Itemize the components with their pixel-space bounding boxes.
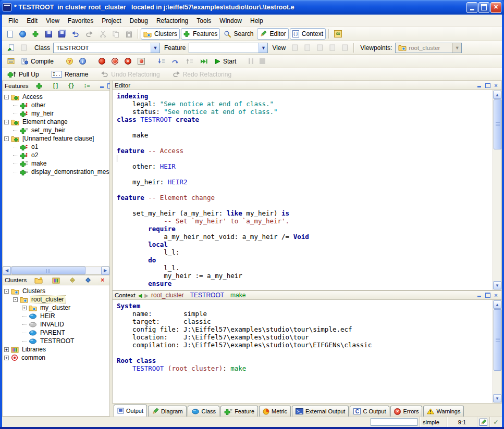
scroll-thumb[interactable] bbox=[11, 267, 85, 274]
view-text-button[interactable] bbox=[289, 42, 301, 54]
pause-button[interactable] bbox=[246, 56, 256, 67]
tab-errors[interactable]: ×Errors bbox=[390, 406, 422, 417]
tree-row[interactable]: my_heir bbox=[3, 109, 109, 118]
signature-view-button[interactable]: [] bbox=[50, 80, 61, 92]
features-panel-header[interactable]: Features []{}:= bbox=[2, 81, 110, 91]
step-out-button[interactable] bbox=[183, 56, 196, 67]
viewpoints-combo[interactable]: root_cluster ▼ bbox=[395, 43, 462, 53]
view-clickable-button[interactable] bbox=[302, 42, 313, 54]
feature-combo[interactable]: ▼ bbox=[189, 43, 268, 53]
context-toggle-button[interactable]: {}Context bbox=[290, 28, 326, 40]
menu-favorites[interactable]: Favorites bbox=[64, 16, 97, 26]
scroll-down-button[interactable]: ▼ bbox=[493, 394, 501, 402]
scroll-right-button[interactable]: ▶ bbox=[101, 267, 109, 275]
scroll-thumb[interactable] bbox=[494, 99, 501, 149]
expand-toggle[interactable]: + bbox=[4, 347, 9, 352]
add-class-button[interactable] bbox=[82, 274, 94, 286]
features-toggle-button[interactable]: Features bbox=[181, 28, 220, 40]
scroll-up-button[interactable]: ▲ bbox=[493, 300, 501, 309]
tree-row[interactable]: -[Unnamed feature clause] bbox=[3, 134, 109, 143]
expand-toggle[interactable]: - bbox=[4, 95, 9, 99]
tab-metric[interactable]: Metric bbox=[259, 406, 291, 417]
tree-row[interactable]: other bbox=[3, 101, 109, 109]
undo-refactoring-button[interactable]: Undo Refactoring bbox=[98, 69, 162, 80]
panel-maximize-button[interactable] bbox=[484, 292, 491, 298]
step-over-button[interactable] bbox=[169, 56, 182, 67]
context-scrollbar[interactable]: ▲ ▼ bbox=[493, 300, 501, 403]
tab-diagram[interactable]: Diagram bbox=[148, 406, 187, 417]
tree-row[interactable]: +Libraries bbox=[3, 345, 109, 354]
breadcrumb-item[interactable]: make bbox=[230, 292, 245, 299]
breadcrumb-item[interactable]: root_cluster bbox=[151, 292, 184, 299]
expand-toggle[interactable]: - bbox=[4, 289, 9, 294]
editor-toggle-button[interactable]: Editor bbox=[257, 28, 288, 40]
tab-c-output[interactable]: CC Output bbox=[350, 406, 389, 417]
tab-class[interactable]: Class bbox=[188, 406, 220, 417]
disable-breakpoints-button[interactable] bbox=[109, 56, 121, 67]
context-panel-header[interactable]: Context ◀ ▶ root_clusterTESTROOTmake bbox=[112, 291, 502, 300]
chevron-down-icon[interactable]: ▼ bbox=[259, 43, 267, 53]
save-all-button[interactable] bbox=[56, 28, 68, 40]
minimize-button[interactable] bbox=[466, 2, 477, 13]
menu-window[interactable]: Window bbox=[215, 16, 246, 26]
class-combo[interactable]: TESTROOT ▼ bbox=[53, 43, 160, 53]
history-forward-button[interactable]: ▶ bbox=[144, 293, 149, 298]
redo-button[interactable] bbox=[83, 28, 96, 40]
system-info-button[interactable]: i bbox=[77, 56, 89, 67]
panel-maximize-button[interactable] bbox=[484, 82, 491, 89]
expand-toggle[interactable]: - bbox=[13, 297, 18, 302]
melt-button[interactable]: ? bbox=[64, 56, 76, 67]
open-window-button[interactable] bbox=[17, 28, 29, 40]
remove-item-button[interactable] bbox=[67, 274, 78, 286]
new-document-button[interactable] bbox=[5, 28, 16, 40]
expand-toggle[interactable]: - bbox=[4, 120, 9, 124]
view-interface-button[interactable] bbox=[339, 42, 351, 54]
step-into-button[interactable] bbox=[155, 56, 168, 67]
tree-row[interactable]: INVALID bbox=[3, 320, 109, 329]
tree-row[interactable]: o2 bbox=[3, 151, 109, 159]
remove-breakpoints-button[interactable]: × bbox=[122, 56, 134, 67]
delete-button[interactable]: × bbox=[98, 274, 107, 286]
scroll-thumb[interactable] bbox=[494, 309, 501, 371]
start-button[interactable]: Start bbox=[212, 56, 239, 67]
panel-close-button[interactable] bbox=[493, 82, 499, 89]
editor-scrollbar[interactable]: ▲ ▼ bbox=[493, 90, 501, 290]
save-button[interactable] bbox=[43, 28, 55, 40]
add-library-button[interactable] bbox=[50, 274, 63, 286]
system-properties-button[interactable] bbox=[5, 56, 17, 67]
redo-refactoring-button[interactable]: Redo Refactoring bbox=[170, 69, 234, 80]
new-cluster-button[interactable] bbox=[32, 274, 45, 286]
tab-external-output[interactable]: >_External Output bbox=[292, 406, 349, 417]
editor-panel-header[interactable]: Editor bbox=[112, 81, 502, 90]
menu-view[interactable]: View bbox=[42, 16, 64, 26]
scroll-left-button[interactable]: ◀ bbox=[3, 267, 11, 275]
breadcrumb-item[interactable]: TESTROOT bbox=[190, 292, 224, 299]
tree-row[interactable]: make bbox=[3, 159, 109, 168]
menu-debug[interactable]: Debug bbox=[126, 16, 152, 26]
tab-output[interactable]: Output bbox=[114, 405, 147, 417]
tree-row[interactable]: -Clusters bbox=[3, 287, 109, 295]
pull-up-button[interactable]: Pull Up bbox=[5, 69, 42, 80]
menu-refactoring[interactable]: Refactoring bbox=[152, 16, 192, 26]
cut-button[interactable] bbox=[97, 28, 109, 40]
clusters-panel-header[interactable]: Clusters × bbox=[2, 275, 110, 285]
features-horizontal-scrollbar[interactable]: ◀ ▶ bbox=[2, 266, 110, 275]
editable-mode-indicator[interactable] bbox=[477, 417, 489, 427]
run-ignoring-breakpoints-button[interactable] bbox=[197, 56, 211, 67]
menu-help[interactable]: Help bbox=[246, 16, 267, 26]
context-output[interactable]: System name: simple target: classic conf… bbox=[113, 300, 493, 403]
sync-indicator[interactable]: ✓ bbox=[489, 417, 502, 427]
enable-breakpoints-button[interactable] bbox=[96, 56, 108, 67]
panel-minimize-button[interactable] bbox=[99, 83, 105, 89]
menu-edit[interactable]: Edit bbox=[22, 16, 42, 26]
ignore-breakpoints-button[interactable] bbox=[135, 56, 147, 67]
history-back-button[interactable]: ◀ bbox=[138, 293, 142, 298]
tree-row[interactable]: -root_cluster bbox=[3, 295, 109, 304]
editor-code[interactable]: indexing legal: "See notice at end of cl… bbox=[113, 90, 493, 290]
undo-button[interactable] bbox=[69, 28, 82, 40]
panel-close-button[interactable] bbox=[493, 292, 499, 298]
view-contracts-button[interactable] bbox=[327, 42, 338, 54]
paste-button[interactable] bbox=[123, 28, 135, 40]
tree-row[interactable]: -Access bbox=[3, 93, 109, 101]
panel-minimize-button[interactable] bbox=[476, 82, 483, 89]
